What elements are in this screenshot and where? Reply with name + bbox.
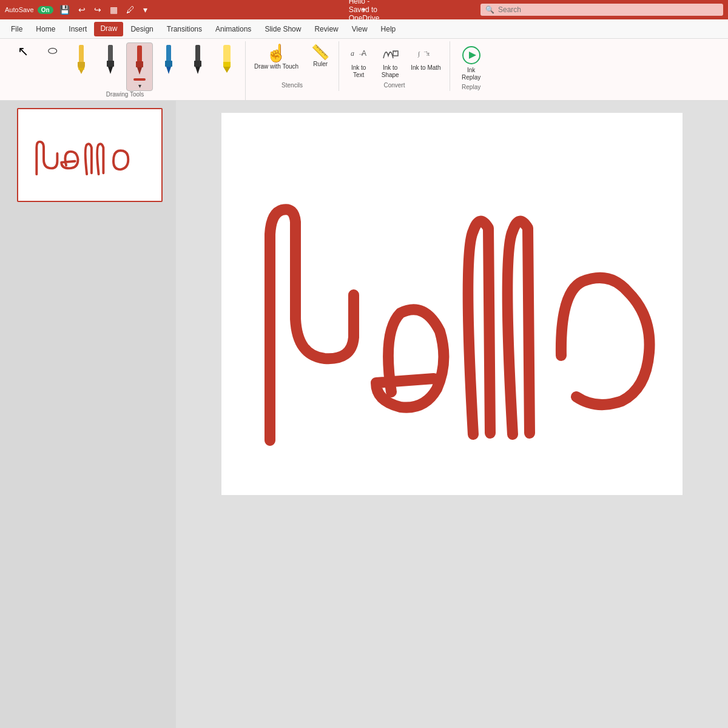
slide-panel[interactable]: 1 (0, 101, 176, 728)
svg-rect-14 (194, 61, 201, 67)
svg-text:a: a (351, 49, 354, 58)
pen-blue-icon (160, 44, 177, 75)
svg-rect-3 (78, 68, 84, 70)
pen-blue-btn[interactable] (155, 42, 182, 76)
convert-label: Convert (383, 82, 405, 91)
autosave-label: AutoSave (5, 6, 34, 13)
ink-replay-btn[interactable]: InkReplay (455, 42, 488, 84)
menu-home[interactable]: Home (30, 22, 61, 36)
save-icon[interactable]: 💾 (57, 4, 72, 16)
ruler-icon: 📏 (311, 45, 329, 59)
pen-dropdown-arrow[interactable]: ▾ (138, 83, 141, 89)
ink-to-math-icon: ∫ → π (417, 45, 435, 63)
highlighter-icon (218, 44, 235, 75)
pen-black-btn[interactable] (97, 42, 124, 76)
svg-rect-17 (223, 62, 231, 67)
convert-content: a → A Ink toText → Ink toShape ∫ → (344, 41, 444, 82)
menu-design[interactable]: Design (124, 22, 159, 36)
svg-rect-16 (223, 45, 231, 64)
svg-rect-1 (78, 62, 85, 67)
svg-rect-13 (195, 45, 200, 62)
pen-black-icon (102, 44, 119, 75)
more-icon[interactable]: ▾ (141, 4, 150, 16)
menu-view[interactable]: View (346, 22, 374, 36)
draw-with-touch-btn[interactable]: ☝ Draw with Touch (251, 42, 302, 73)
menu-insert[interactable]: Insert (62, 22, 93, 36)
autosave-toggle[interactable]: On (38, 6, 53, 14)
title-bar-left: AutoSave On 💾 ↩ ↪ ▦ 🖊 ▾ (5, 4, 476, 16)
menu-review[interactable]: Review (308, 22, 344, 36)
stencils-content: ☝ Draw with Touch 📏 Ruler (251, 41, 334, 82)
search-bar[interactable]: 🔍 (480, 4, 723, 16)
svg-marker-9 (137, 67, 142, 75)
menu-help[interactable]: Help (375, 22, 402, 36)
redo-icon[interactable]: ↪ (92, 4, 104, 16)
ruler-label: Ruler (313, 61, 328, 68)
svg-marker-18 (223, 67, 231, 73)
replay-label: Replay (462, 84, 480, 93)
cursor-icon: ↖ (18, 45, 29, 58)
svg-rect-10 (166, 45, 171, 62)
document-title: Hello - Saved to OneDrive (349, 0, 380, 22)
svg-text:π: π (426, 50, 430, 57)
svg-marker-15 (195, 67, 200, 74)
ink-replay-icon (461, 45, 482, 66)
ink-to-text-icon: a → A (349, 45, 368, 63)
ink-to-math-btn[interactable]: ∫ → π Ink to Math (407, 42, 444, 74)
stencils-label: Stencils (281, 82, 303, 91)
app-body: 1 (0, 101, 728, 728)
svg-rect-8 (136, 61, 143, 67)
menu-animations[interactable]: Animations (209, 22, 257, 36)
slide-thumb-inner-1 (17, 108, 163, 202)
menu-draw[interactable]: Draw (94, 22, 123, 36)
ribbon-group-replay: InkReplay Replay (450, 41, 493, 93)
svg-rect-7 (137, 46, 142, 62)
lasso-tool-btn[interactable]: ⬭ (39, 42, 66, 58)
undo-icon[interactable]: ↩ (76, 4, 88, 16)
pen-dark-icon (189, 44, 206, 75)
pen-dark-btn[interactable] (184, 42, 211, 76)
pen-red-icon (131, 44, 148, 76)
svg-marker-12 (166, 67, 171, 74)
slide-thumbnail-1[interactable]: 1 (5, 108, 171, 202)
ribbon-group-drawing-tools: ↖ ⬭ (5, 41, 246, 100)
menu-slideshow[interactable]: Slide Show (258, 22, 307, 36)
menu-file[interactable]: File (5, 22, 29, 36)
svg-rect-4 (108, 45, 113, 62)
svg-marker-28 (469, 52, 476, 59)
svg-rect-5 (107, 61, 114, 67)
ink-to-shape-label: Ink toShape (382, 64, 399, 79)
pen-yellow-icon (73, 44, 90, 75)
touch-icon: ☝ (266, 45, 287, 62)
svg-rect-0 (79, 45, 84, 63)
cursor-tool-btn[interactable]: ↖ (10, 42, 36, 61)
main-slide-svg (221, 113, 682, 495)
search-input[interactable] (498, 5, 710, 14)
ink-to-shape-btn[interactable]: → Ink toShape (376, 42, 405, 81)
title-bar: AutoSave On 💾 ↩ ↪ ▦ 🖊 ▾ Hello - Saved to… (0, 0, 728, 19)
svg-text:A: A (362, 49, 366, 58)
ribbon-group-stencils: ☝ Draw with Touch 📏 Ruler Stencils (246, 41, 339, 91)
ruler-btn[interactable]: 📏 Ruler (307, 42, 334, 70)
svg-marker-6 (108, 67, 113, 74)
ink-replay-label: InkReplay (462, 67, 480, 81)
lasso-icon: ⬭ (48, 45, 57, 56)
ribbon: ↖ ⬭ (0, 39, 728, 101)
slide-thumb-svg (18, 109, 161, 201)
pen-yellow-btn[interactable] (68, 42, 95, 76)
highlighter-btn[interactable] (214, 42, 240, 76)
pen-icon[interactable]: 🖊 (124, 4, 137, 16)
svg-text:∫: ∫ (417, 50, 420, 58)
menu-transitions[interactable]: Transitions (161, 22, 208, 36)
ribbon-group-convert: a → A Ink toText → Ink toShape ∫ → (339, 41, 450, 91)
present-icon[interactable]: ▦ (107, 4, 120, 16)
drawing-tools-label: Drawing Tools (106, 91, 144, 100)
drawing-tools-content: ↖ ⬭ (10, 41, 240, 91)
ink-to-shape-icon: → (381, 45, 399, 63)
main-canvas[interactable] (176, 101, 728, 728)
svg-rect-11 (165, 61, 172, 67)
pen-red-btn[interactable]: ▾ (126, 42, 153, 91)
search-icon: 🔍 (485, 5, 494, 14)
ink-to-text-btn[interactable]: a → A Ink toText (344, 42, 373, 81)
svg-marker-2 (78, 67, 85, 74)
